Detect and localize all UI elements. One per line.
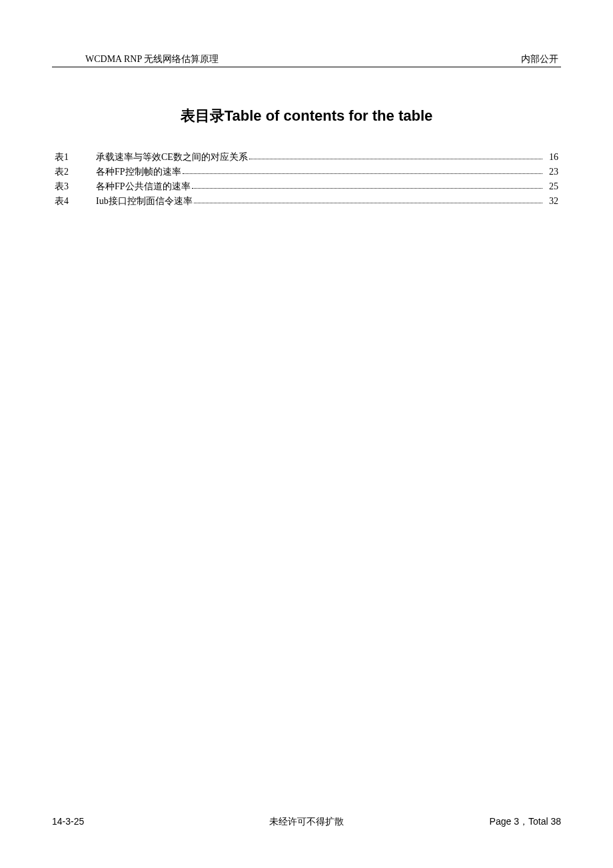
toc-page-number: 16 [545, 150, 558, 164]
toc-label: 表1 [55, 150, 96, 164]
toc-entry: 表1 承载速率与等效CE数之间的对应关系 16 [55, 150, 558, 164]
toc-page-number: 32 [545, 194, 558, 208]
page-footer: 14-3-25 未经许可不得扩散 Page 3，Total 38 [52, 816, 561, 828]
toc-leader-dots [249, 159, 542, 159]
header-left-text: WCDMA RNP 无线网络估算原理 [52, 53, 219, 65]
page-header: WCDMA RNP 无线网络估算原理 内部公开 [52, 53, 561, 67]
toc-page-number: 23 [545, 165, 558, 179]
table-of-contents: 表1 承载速率与等效CE数之间的对应关系 16 表2 各种FP控制帧的速率 23… [52, 150, 561, 208]
toc-label: 表2 [55, 165, 96, 179]
toc-leader-dots [192, 188, 542, 189]
toc-label: 表3 [55, 179, 96, 193]
toc-entry: 表4 Iub接口控制面信令速率 32 [55, 194, 558, 208]
footer-confidentiality: 未经许可不得扩散 [269, 816, 344, 828]
page-title: 表目录Table of contents for the table [52, 106, 561, 126]
toc-leader-dots [183, 173, 542, 174]
toc-title: Iub接口控制面信令速率 [96, 194, 193, 208]
toc-page-number: 25 [545, 179, 558, 193]
toc-entry: 表2 各种FP控制帧的速率 23 [55, 165, 558, 179]
footer-date: 14-3-25 [52, 816, 84, 827]
toc-title: 各种FP控制帧的速率 [96, 165, 181, 179]
header-right-text: 内部公开 [521, 53, 561, 65]
toc-title: 承载速率与等效CE数之间的对应关系 [96, 150, 248, 164]
document-page: WCDMA RNP 无线网络估算原理 内部公开 表目录Table of cont… [0, 0, 613, 868]
toc-leader-dots [194, 203, 542, 203]
toc-entry: 表3 各种FP公共信道的速率 25 [55, 179, 558, 193]
footer-page-info: Page 3，Total 38 [490, 816, 561, 828]
toc-title: 各种FP公共信道的速率 [96, 179, 191, 193]
toc-label: 表4 [55, 194, 96, 208]
